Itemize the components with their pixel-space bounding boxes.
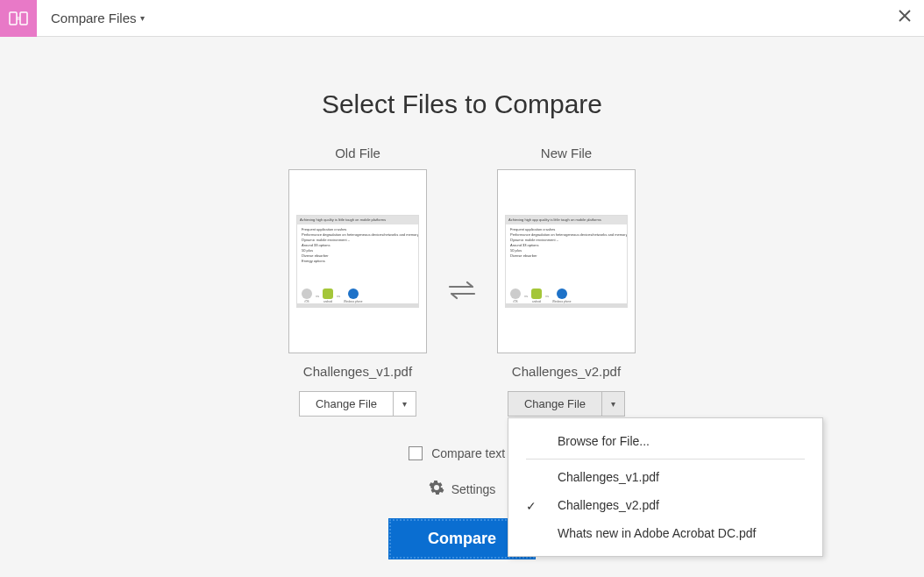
dropdown-file-item[interactable]: Whats new in Adobe Acrobat DC.pdf: [508, 519, 822, 547]
compare-text-checkbox[interactable]: [409, 446, 423, 460]
close-button[interactable]: [898, 9, 912, 25]
compare-row: Old File Achieving high quality is littl…: [288, 146, 636, 417]
windows-phone-icon: Windows phone: [344, 288, 362, 303]
dropdown-file-item[interactable]: Challenges_v1.pdf: [508, 463, 822, 491]
new-preview-title: Achieving high app quality is little tou…: [506, 216, 627, 224]
svg-rect-1: [20, 12, 27, 25]
new-change-file-dropdown-button[interactable]: ▾: [602, 391, 625, 417]
header-title-text: Compare Files: [51, 11, 137, 25]
swap-files-icon[interactable]: [444, 280, 480, 301]
new-preview-footer: iOS vs android vs Windows phone: [506, 288, 627, 303]
main-content: Select Files to Compare Old File Achievi…: [0, 37, 924, 559]
old-file-page-thumb: Achieving high quality is little tough o…: [296, 215, 419, 308]
new-preview-body: Frequent application crashes Performance…: [506, 224, 627, 261]
windows-phone-icon: Windows phone: [552, 288, 571, 303]
old-change-file-button[interactable]: Change File: [299, 391, 394, 417]
old-file-column: Old File Achieving high quality is littl…: [288, 146, 427, 417]
check-icon: ✓: [526, 499, 537, 513]
compare-files-app-icon: [0, 0, 37, 37]
svg-rect-0: [10, 12, 17, 25]
new-change-file-button[interactable]: Change File: [508, 391, 602, 417]
gear-icon: [429, 480, 444, 498]
new-file-label: New File: [541, 146, 592, 160]
header: Compare Files ▾: [0, 0, 924, 37]
caret-down-icon: ▾: [140, 13, 145, 23]
old-file-label: Old File: [335, 146, 380, 160]
page-title: Select Files to Compare: [322, 89, 602, 119]
new-file-column: New File Achieving high app quality is l…: [497, 146, 636, 417]
close-icon: [898, 9, 912, 23]
old-preview-footer: iOS vs android vs Windows phone: [297, 288, 418, 303]
new-file-page-thumb: Achieving high app quality is little tou…: [505, 215, 628, 308]
dropdown-browse-item[interactable]: Browse for File...: [508, 427, 822, 455]
new-file-preview[interactable]: Achieving high app quality is little tou…: [497, 169, 636, 353]
old-preview-body: Frequent application crashes Performance…: [297, 224, 418, 267]
ios-icon: iOS: [510, 288, 521, 303]
old-change-file-dropdown-button[interactable]: ▾: [394, 391, 416, 417]
caret-down-icon: ▾: [402, 399, 407, 409]
settings-link[interactable]: Settings: [429, 480, 496, 498]
old-preview-title: Achieving high quality is little tough o…: [297, 216, 418, 224]
caret-down-icon: ▾: [611, 399, 615, 409]
new-change-file-group: Change File ▾ Browse for File... Challen…: [508, 391, 625, 417]
change-file-dropdown-menu: Browse for File... Challenges_v1.pdf ✓ C…: [508, 417, 823, 557]
new-filename: Challenges_v2.pdf: [512, 364, 621, 379]
dropdown-file-item[interactable]: ✓ Challenges_v2.pdf: [508, 491, 822, 519]
header-title-dropdown[interactable]: Compare Files ▾: [51, 11, 145, 25]
old-filename: Challenges_v1.pdf: [303, 364, 412, 379]
ios-icon: iOS: [302, 288, 312, 303]
compare-text-label: Compare text o: [431, 446, 515, 460]
android-icon: android: [531, 288, 542, 303]
old-change-file-group: Change File ▾: [299, 391, 416, 417]
old-file-preview[interactable]: Achieving high quality is little tough o…: [288, 169, 427, 353]
settings-label: Settings: [451, 482, 496, 496]
dropdown-divider: [526, 459, 805, 459]
android-icon: android: [323, 288, 333, 303]
compare-text-option[interactable]: Compare text o: [409, 446, 515, 460]
